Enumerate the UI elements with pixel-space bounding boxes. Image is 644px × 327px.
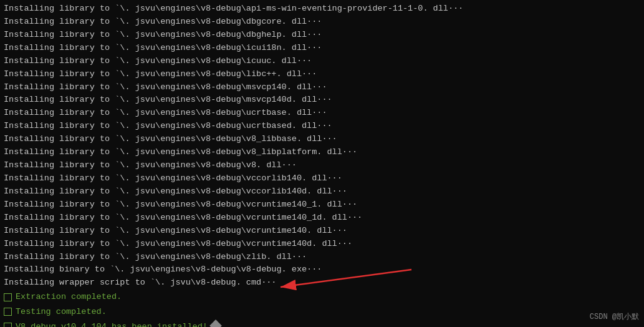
checkbox-icon-testing xyxy=(4,308,12,316)
installed-status-line: V8 debug v10.4.104 has been installed! xyxy=(4,320,640,327)
install-line-13: Installing library to `\. jsvu\engines\v… xyxy=(4,159,640,172)
install-line-4: Installing library to `\. jsvu\engines\v… xyxy=(4,42,640,55)
install-line-15: Installing library to `\. jsvu\engines\v… xyxy=(4,185,640,198)
diamond-icon xyxy=(209,320,222,327)
install-line-19: Installing library to `\. jsvu\engines\v… xyxy=(4,238,640,251)
install-line-5: Installing library to `\. jsvu\engines\v… xyxy=(4,55,640,68)
extraction-status-text: Extraction completed. xyxy=(16,290,122,305)
install-line-11: Installing library to `\. jsvu\engines\v… xyxy=(4,133,640,146)
install-line-7: Installing library to `\. jsvu\engines\v… xyxy=(4,81,640,94)
install-line-2: Installing library to `\. jsvu\engines\v… xyxy=(4,16,640,29)
install-line-18: Installing library to `\. jsvu\engines\v… xyxy=(4,225,640,238)
install-line-1: Installing library to `\. jsvu\engines\v… xyxy=(4,2,640,16)
svg-line-1 xyxy=(281,270,411,287)
install-line-16: Installing library to `\. jsvu\engines\v… xyxy=(4,198,640,212)
watermark: CSDN @凯小默 xyxy=(590,311,639,322)
install-line-3: Installing library to `\. jsvu\engines\v… xyxy=(4,29,640,42)
install-line-10: Installing library to `\. jsvu\engines\v… xyxy=(4,120,640,133)
installed-status-text: V8 debug v10.4.104 has been installed! xyxy=(16,320,208,327)
install-line-20: Installing library to `\. jsvu\engines\v… xyxy=(4,251,640,264)
install-line-12: Installing library to `\. jsvu\engines\v… xyxy=(4,146,640,159)
arrow-annotation xyxy=(181,263,418,295)
install-line-14: Installing library to `\. jsvu\engines\v… xyxy=(4,172,640,185)
install-line-9: Installing library to `\. jsvu\engines\v… xyxy=(4,107,640,120)
testing-status-line: Testing completed. xyxy=(4,305,640,320)
install-line-17: Installing library to `\. jsvu\engines\v… xyxy=(4,212,640,225)
checkbox-icon-extraction xyxy=(4,293,12,301)
install-line-8: Installing library to `\. jsvu\engines\v… xyxy=(4,94,640,107)
install-line-6: Installing library to `\. jsvu\engines\v… xyxy=(4,68,640,81)
terminal: Installing library to `\. jsvu\engines\v… xyxy=(0,0,644,327)
checkbox-icon-installed xyxy=(4,323,12,327)
testing-status-text: Testing completed. xyxy=(16,305,107,320)
